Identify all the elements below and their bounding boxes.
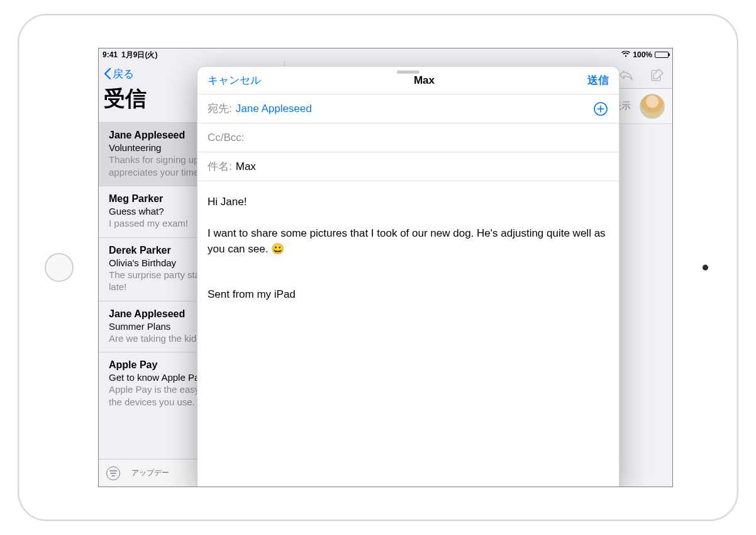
status-bar: 9:41 1月9日(火) 100% xyxy=(99,48,672,61)
plus-circle-icon xyxy=(593,101,608,116)
camera-dot xyxy=(703,265,708,271)
subject-value[interactable]: Max xyxy=(236,160,256,173)
status-date: 1月9日(火) xyxy=(121,50,157,60)
send-button[interactable]: 送信 xyxy=(587,73,609,87)
filter-button[interactable] xyxy=(106,466,120,480)
wifi-icon xyxy=(621,50,630,59)
cancel-button[interactable]: キャンセル xyxy=(208,73,261,87)
compose-title: Max xyxy=(414,74,435,87)
compose-icon xyxy=(650,68,664,82)
ipad-frame: 9:41 1月9日(火) 100% 戻る 受信 xyxy=(18,14,738,521)
to-recipient[interactable]: Jane Appleseed xyxy=(236,103,312,115)
screen: 9:41 1月9日(火) 100% 戻る 受信 xyxy=(98,48,673,487)
reply-icon xyxy=(618,69,633,81)
signature: Sent from my iPad xyxy=(208,286,609,303)
filter-icon xyxy=(109,470,117,476)
add-contact-button[interactable] xyxy=(592,101,609,117)
compose-sheet: キャンセル Max 送信 宛先: Jane Appleseed Cc/Bcc: … xyxy=(197,66,620,487)
subject-field-row[interactable]: 件名: Max xyxy=(197,152,619,181)
ccbcc-label: Cc/Bcc: xyxy=(208,132,245,144)
chevron-left-icon xyxy=(104,67,111,80)
compose-body[interactable]: Hi Jane! I want to share some pictures t… xyxy=(197,181,619,487)
to-label: 宛先: xyxy=(208,101,232,116)
back-label: 戻る xyxy=(113,67,134,81)
battery-icon xyxy=(655,52,669,58)
home-button[interactable] xyxy=(45,253,74,282)
sheet-grabber[interactable] xyxy=(397,70,420,74)
to-field-row[interactable]: 宛先: Jane Appleseed xyxy=(197,94,619,123)
footer-update-text: アップデー xyxy=(131,468,169,478)
body-greeting: Hi Jane! xyxy=(208,194,609,210)
reply-button[interactable] xyxy=(618,67,633,82)
body-main: I want to share some pictures that I too… xyxy=(208,225,609,257)
avatar[interactable] xyxy=(640,94,665,119)
ccbcc-field-row[interactable]: Cc/Bcc: xyxy=(197,123,619,152)
status-time: 9:41 xyxy=(103,50,118,59)
subject-label: 件名: xyxy=(208,159,232,174)
compose-header: キャンセル Max 送信 xyxy=(197,67,619,94)
compose-button[interactable] xyxy=(650,67,665,82)
battery-percent: 100% xyxy=(633,50,652,59)
